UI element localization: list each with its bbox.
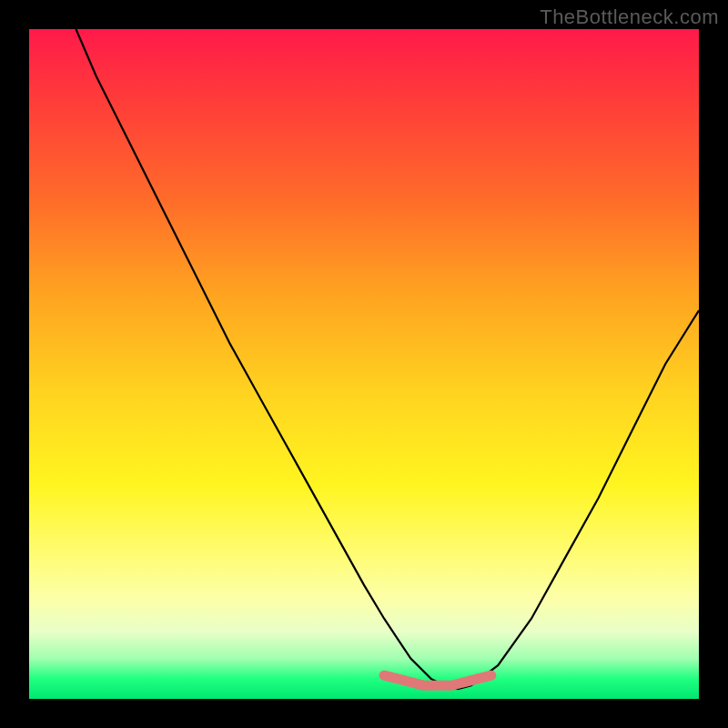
chart-svg (29, 29, 699, 699)
highlight-pink (384, 675, 491, 685)
highlight-pink-group (384, 675, 491, 685)
curve-black-group (76, 29, 700, 689)
watermark-text: TheBottleneck.com (540, 5, 719, 29)
chart-container: TheBottleneck.com (0, 0, 728, 728)
curve-black (76, 29, 700, 689)
